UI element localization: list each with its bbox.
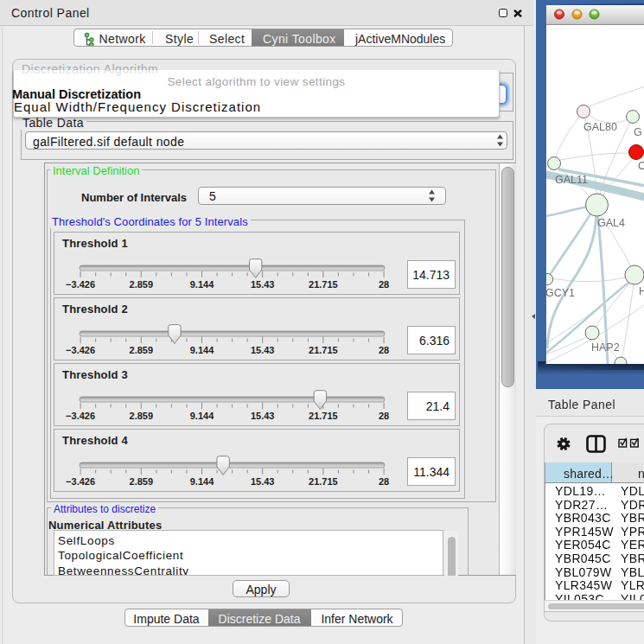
svg-text:HAP2: HAP2 [591,341,620,354]
svg-text:9.144: 9.144 [190,476,214,487]
svg-text:28: 28 [379,411,389,421]
svg-text:21.715: 21.715 [309,345,338,355]
svg-text:−3.426: −3.426 [66,476,95,487]
svg-text:21.715: 21.715 [309,411,338,421]
svg-text:28: 28 [379,279,389,290]
svg-text:15.43: 15.43 [251,411,275,421]
svg-text:GCY1: GCY1 [546,287,575,299]
svg-text:2.859: 2.859 [130,411,154,421]
svg-text:28: 28 [379,345,389,355]
svg-text:GAL11: GAL11 [555,174,588,186]
svg-text:2.859: 2.859 [130,345,154,355]
svg-text:GAL80: GAL80 [583,121,617,133]
svg-text:9.144: 9.144 [190,345,214,355]
svg-text:−3.426: −3.426 [66,411,95,421]
svg-text:9.144: 9.144 [190,279,214,290]
svg-text:21.715: 21.715 [309,279,338,290]
svg-text:−3.426: −3.426 [66,279,95,290]
svg-text:9.144: 9.144 [190,411,214,421]
svg-text:28: 28 [379,476,389,487]
svg-text:H: H [639,285,644,297]
svg-text:GAL4: GAL4 [597,217,625,229]
svg-text:21.715: 21.715 [309,476,338,487]
svg-text:2.859: 2.859 [130,476,154,487]
svg-text:G: G [634,126,642,138]
svg-text:15.43: 15.43 [251,345,275,355]
svg-text:15.43: 15.43 [251,476,275,487]
svg-text:2.859: 2.859 [130,279,154,290]
svg-text:C: C [638,160,644,172]
svg-text:15.43: 15.43 [251,279,275,290]
svg-text:−3.426: −3.426 [66,345,95,355]
